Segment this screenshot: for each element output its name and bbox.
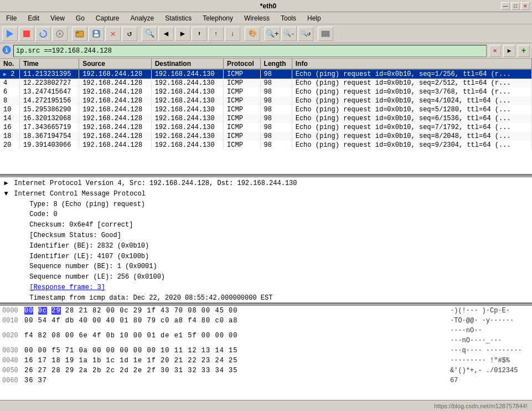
shark-restart-button[interactable] (35, 27, 51, 41)
close-button[interactable]: ✕ (521, 2, 530, 10)
save-file-button[interactable] (89, 27, 104, 41)
hex-ascii: ·)(!··· )·Cp·E· (441, 306, 530, 316)
table-cell: 192.168.244.130 (151, 114, 223, 123)
tree-expand-icon[interactable]: ▶ (2, 179, 10, 188)
go-to-first-button[interactable]: ⬆ (192, 27, 207, 41)
menu-file[interactable]: File (1, 13, 22, 24)
table-row[interactable]: 1818.367194754192.168.244.128192.168.244… (0, 132, 532, 141)
filter-input[interactable] (13, 45, 487, 57)
title-controls[interactable]: — □ ✕ (501, 2, 530, 10)
table-cell: ICMP (224, 123, 260, 132)
resize-columns-button[interactable] (318, 27, 333, 41)
close-file-button[interactable]: ✕ (105, 27, 121, 41)
menu-edit[interactable]: Edit (23, 13, 44, 24)
hex-offset: 0030 (2, 346, 24, 356)
hex-selected-byte: 29 (51, 307, 60, 315)
filter-add-button[interactable]: + (518, 45, 530, 57)
svg-rect-1 (23, 30, 30, 37)
table-row[interactable]: ▶ 211.213231395192.168.244.128192.168.24… (0, 69, 532, 79)
table-cell: 192.168.244.128 (79, 132, 151, 141)
colorize-button[interactable]: 🎨 (245, 27, 260, 41)
zoom-in-button[interactable]: 🔍+ (265, 27, 280, 41)
table-row[interactable]: 1617.343665719192.168.244.128192.168.244… (0, 123, 532, 132)
svg-rect-5 (76, 31, 84, 37)
menu-view[interactable]: View (45, 13, 70, 24)
tree-link[interactable]: [Response frame: 3] (29, 284, 105, 291)
table-cell: Echo (ping) request id=0x0b10, seq=7/179… (292, 123, 531, 132)
filter-apply-button[interactable]: ▶ (503, 45, 515, 57)
table-cell: 192.168.244.128 (79, 79, 151, 88)
table-cell: 16.320132068 (20, 114, 79, 123)
svg-point-4 (59, 33, 61, 35)
table-cell: Echo (ping) request id=0x0b10, seq=4/102… (292, 96, 531, 105)
tree-item: Checksum: 0x6e4f [correct] (0, 220, 532, 230)
go-to-next-button[interactable]: ↓ (225, 27, 240, 41)
table-row[interactable]: 1015.295386290192.168.244.128192.168.244… (0, 105, 532, 114)
table-cell: 192.168.244.130 (151, 79, 223, 88)
zoom-reset-button[interactable]: 🔍↺ (298, 27, 313, 41)
find-packet-button[interactable]: 🔍 (142, 27, 157, 41)
shark-start-button[interactable] (2, 27, 18, 41)
tree-label: Sequence number (LE): 256 (0x0100) (29, 273, 165, 281)
hex-offset: 0000 (2, 306, 24, 316)
go-back-button[interactable]: ◀ (158, 27, 174, 41)
menu-statistics[interactable]: Statistics (160, 13, 197, 24)
table-row[interactable]: 2019.391403066192.168.244.128192.168.244… (0, 141, 532, 150)
table-row[interactable]: 613.247415647192.168.244.128192.168.244.… (0, 88, 532, 96)
table-cell: 192.168.244.130 (151, 96, 223, 105)
tree-item[interactable]: ▼ Internet Control Message Protocol (0, 189, 532, 199)
minimize-button[interactable]: — (501, 2, 510, 10)
table-cell: 98 (260, 132, 292, 141)
table-cell: 192.168.244.128 (79, 105, 151, 114)
hex-bytes: 36 37 (24, 376, 441, 386)
tree-label: Identifier (BE): 2832 (0x0b10) (29, 242, 149, 250)
table-cell: Echo (ping) request id=0x0b10, seq=6/153… (292, 114, 531, 123)
svg-rect-8 (94, 34, 99, 37)
shark-stop-button[interactable] (19, 27, 34, 41)
reload-file-button[interactable]: ↺ (122, 27, 137, 41)
menu-wireless[interactable]: Wireless (239, 13, 275, 24)
filter-icon: i (2, 45, 11, 56)
tree-item[interactable]: ▶ Internet Protocol Version 4, Src: 192.… (0, 178, 532, 189)
table-cell: 192.168.244.128 (79, 141, 151, 150)
col-header-no: No. (0, 59, 20, 69)
hex-bytes: 00 0c 29 28 21 82 00 0c 29 1f 43 70 08 0… (24, 306, 441, 316)
table-cell: ICMP (224, 132, 260, 141)
hex-pane[interactable]: 000000 0c 29 28 21 82 00 0c 29 1f 43 70 … (0, 306, 532, 400)
packet-list-pane[interactable]: No. Time Source Destination Protocol Len… (0, 59, 532, 175)
menu-help[interactable]: Help (302, 13, 326, 24)
tree-expand-icon[interactable]: ▼ (2, 189, 10, 199)
table-row[interactable]: 1416.320132068192.168.244.128192.168.244… (0, 114, 532, 123)
tree-label: Code: 0 (29, 210, 57, 218)
go-forward-button[interactable]: ▶ (175, 27, 190, 41)
open-file-button[interactable] (72, 27, 87, 41)
zoom-out-button[interactable]: 🔍- (281, 27, 297, 41)
capture-options-button[interactable] (52, 27, 68, 41)
col-header-time: Time (20, 59, 79, 69)
maximize-button[interactable]: □ (511, 2, 520, 10)
menu-go[interactable]: Go (71, 13, 90, 24)
tree-label: Internet Control Message Protocol (14, 190, 146, 198)
go-to-prev-button[interactable]: ↑ (208, 27, 224, 41)
table-row[interactable]: 412.223802727192.168.244.128192.168.244.… (0, 79, 532, 88)
window-title: *eth0 (35, 2, 501, 10)
hex-ascii: &'()*+,- ./012345 (441, 366, 530, 376)
table-row[interactable]: 814.272195156192.168.244.128192.168.244.… (0, 96, 532, 105)
hex-row: 003000 00 f5 71 0a 00 00 00 00 00 10 11 … (0, 346, 532, 356)
hex-offset: 0020 (2, 331, 24, 341)
tree-item[interactable]: [Response frame: 3] (0, 282, 532, 293)
tree-label: [Checksum Status: Good] (29, 232, 121, 239)
menu-telephony[interactable]: Telephony (198, 13, 238, 24)
filter-clear-button[interactable]: ✕ (489, 45, 501, 57)
col-header-destination: Destination (151, 59, 223, 69)
status-url: https://blog.csdn.net/m128757844! (434, 403, 528, 409)
table-cell: 19.391403066 (20, 141, 79, 150)
menu-analyze[interactable]: Analyze (126, 13, 159, 24)
tree-item: Identifier (BE): 2832 (0x0b10) (0, 241, 532, 251)
table-cell: 192.168.244.130 (151, 88, 223, 96)
tree-item: [Checksum Status: Good] (0, 230, 532, 241)
packet-details-pane[interactable]: ▶ Internet Protocol Version 4, Src: 192.… (0, 177, 532, 304)
menu-tools[interactable]: Tools (276, 13, 301, 24)
menu-capture[interactable]: Capture (91, 13, 125, 24)
table-cell: 98 (260, 105, 292, 114)
